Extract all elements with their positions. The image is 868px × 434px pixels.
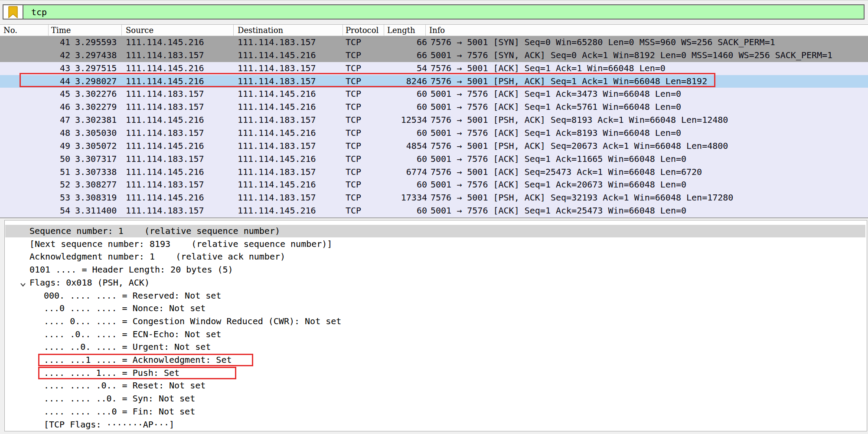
packet-list-header: No.TimeSourceDestinationProtocolLengthIn… <box>0 24 868 36</box>
cell-source: 111.114.145.216 <box>126 62 204 75</box>
cell-protocol: TCP <box>346 191 361 204</box>
cell-time: 3.307317 <box>75 153 117 166</box>
cell-no: 46 <box>26 101 70 114</box>
column-header-no[interactable]: No. <box>0 25 49 36</box>
cell-destination: 111.114.183.157 <box>238 62 316 75</box>
detail-line[interactable]: Flags: 0x018 (PSH, ACK) <box>5 276 865 289</box>
column-header-length[interactable]: Length <box>384 25 426 36</box>
cell-protocol: TCP <box>346 153 361 166</box>
cell-length: 6774 <box>373 166 427 179</box>
cell-destination: 111.114.183.157 <box>238 36 316 49</box>
display-filter-bar: tcp <box>3 4 865 20</box>
detail-line[interactable]: .... ..0. .... = Urgent: Not set <box>5 341 865 353</box>
cell-info: 5001 → 7576 [ACK] Seq=1 Ack=25473 Win=66… <box>431 204 686 217</box>
detail-line-text: .... .... ...0 = Fin: Not set <box>44 405 195 418</box>
packet-row-49[interactable]: 493.305072111.114.145.216111.114.183.157… <box>0 140 868 153</box>
cell-source: 111.114.183.157 <box>126 153 204 166</box>
packet-row-53[interactable]: 533.308319111.114.145.216111.114.183.157… <box>0 191 868 204</box>
detail-line[interactable]: .... 0... .... = Congestion Window Reduc… <box>5 315 865 328</box>
cell-info: 5001 → 7576 [ACK] Seq=1 Ack=8193 Win=660… <box>431 127 681 140</box>
detail-line-text: .... .... ..0. = Syn: Not set <box>44 392 195 405</box>
cell-time: 3.302279 <box>75 101 117 114</box>
cell-no: 52 <box>26 178 70 191</box>
cell-protocol: TCP <box>346 49 361 62</box>
cell-info: 7576 → 5001 [PSH, ACK] Seq=32193 Ack=1 W… <box>431 191 733 204</box>
cell-source: 111.114.183.157 <box>126 88 204 101</box>
cell-length: 12534 <box>373 114 427 127</box>
cell-info: 5001 → 7576 [SYN, ACK] Seq=0 Ack=1 Win=8… <box>431 49 832 62</box>
column-header-label: Destination <box>238 25 283 36</box>
cell-length: 60 <box>373 88 427 101</box>
cell-protocol: TCP <box>346 62 361 75</box>
detail-line-text: 000. .... .... = Reserved: Not set <box>44 289 221 302</box>
packet-row-44[interactable]: 443.298027111.114.145.216111.114.183.157… <box>0 75 868 88</box>
cell-length: 54 <box>373 62 427 75</box>
packet-details-pane: Sequence number: 1 (relative sequence nu… <box>4 220 867 431</box>
column-header-protocol[interactable]: Protocol <box>343 25 384 36</box>
display-filter-input[interactable]: tcp <box>23 5 864 19</box>
packet-row-45[interactable]: 453.302276111.114.183.157111.114.145.216… <box>0 88 868 101</box>
detail-line-text: 0101 .... = Header Length: 20 bytes (5) <box>29 263 233 276</box>
detail-line-text: .... 0... .... = Congestion Window Reduc… <box>44 315 341 328</box>
cell-time: 3.305072 <box>75 140 117 153</box>
cell-destination: 111.114.145.216 <box>238 178 316 191</box>
column-header-source[interactable]: Source <box>122 25 234 36</box>
column-header-label: No. <box>3 25 17 36</box>
packet-row-43[interactable]: 433.297515111.114.145.216111.114.183.157… <box>0 62 868 75</box>
detail-line[interactable]: .... .0.. .... = ECN-Echo: Not set <box>5 328 865 341</box>
cell-protocol: TCP <box>346 166 361 179</box>
detail-line[interactable]: 0101 .... = Header Length: 20 bytes (5) <box>5 263 865 276</box>
column-header-label: Source <box>126 25 153 36</box>
cell-protocol: TCP <box>346 36 361 49</box>
packet-list: 413.295593111.114.145.216111.114.183.157… <box>0 36 868 218</box>
cell-length: 60 <box>373 178 427 191</box>
detail-line[interactable]: .... .... .0.. = Reset: Not set <box>5 379 865 392</box>
detail-line-text: [Next sequence number: 8193 (relative se… <box>29 238 332 250</box>
column-header-info[interactable]: Info <box>426 25 868 36</box>
detail-line[interactable]: .... .... 1... = Push: Set <box>5 367 865 379</box>
cell-source: 111.114.145.216 <box>126 114 204 127</box>
filter-bookmark-button[interactable] <box>3 5 23 19</box>
column-header-label: Time <box>51 25 71 36</box>
detail-line-text: .... ...1 .... = Acknowledgment: Set <box>44 354 232 366</box>
column-header-time[interactable]: Time <box>49 25 122 36</box>
detail-line[interactable]: .... .... ...0 = Fin: Not set <box>5 405 865 418</box>
cell-time: 3.308277 <box>75 178 117 191</box>
cell-info: 7576 → 5001 [PSH, ACK] Seq=1 Ack=1 Win=6… <box>431 75 707 88</box>
cell-protocol: TCP <box>346 101 361 114</box>
detail-line[interactable]: 000. .... .... = Reserved: Not set <box>5 289 865 302</box>
detail-line[interactable]: .... .... ..0. = Syn: Not set <box>5 392 865 405</box>
packet-row-52[interactable]: 523.308277111.114.183.157111.114.145.216… <box>0 178 868 191</box>
detail-line[interactable]: [TCP Flags: ·······AP···] <box>5 418 865 431</box>
detail-line[interactable]: Acknowledgment number: 1 (relative ack n… <box>5 250 865 263</box>
cell-destination: 111.114.145.216 <box>238 204 316 217</box>
cell-no: 43 <box>26 62 70 75</box>
cell-length: 8246 <box>373 75 427 88</box>
cell-info: 7576 → 5001 [SYN] Seq=0 Win=65280 Len=0 … <box>431 36 775 49</box>
packet-row-46[interactable]: 463.302279111.114.183.157111.114.145.216… <box>0 101 868 114</box>
packet-row-50[interactable]: 503.307317111.114.183.157111.114.145.216… <box>0 153 868 166</box>
detail-line[interactable]: ...0 .... .... = Nonce: Not set <box>5 302 865 315</box>
packet-row-54[interactable]: 543.311400111.114.183.157111.114.145.216… <box>0 204 868 217</box>
cell-destination: 111.114.145.216 <box>238 153 316 166</box>
cell-time: 3.295593 <box>75 36 117 49</box>
cell-destination: 111.114.183.157 <box>238 166 316 179</box>
cell-time: 3.311400 <box>75 204 117 217</box>
detail-line[interactable]: .... ...1 .... = Acknowledgment: Set <box>5 354 865 366</box>
bookmark-icon <box>8 6 18 18</box>
cell-source: 111.114.183.157 <box>126 49 204 62</box>
packet-row-47[interactable]: 473.302381111.114.145.216111.114.183.157… <box>0 114 868 127</box>
cell-length: 60 <box>373 153 427 166</box>
packet-row-42[interactable]: 423.297438111.114.183.157111.114.145.216… <box>0 49 868 62</box>
cell-info: 7576 → 5001 [PSH, ACK] Seq=8193 Ack=1 Wi… <box>431 114 728 127</box>
cell-no: 42 <box>26 49 70 62</box>
packet-row-48[interactable]: 483.305030111.114.183.157111.114.145.216… <box>0 127 868 140</box>
cell-info: 7576 → 5001 [ACK] Seq=25473 Ack=1 Win=66… <box>431 166 702 179</box>
packet-row-51[interactable]: 513.307338111.114.145.216111.114.183.157… <box>0 166 868 179</box>
cell-length: 66 <box>373 49 427 62</box>
detail-line[interactable]: Sequence number: 1 (relative sequence nu… <box>5 225 865 237</box>
column-header-destination[interactable]: Destination <box>234 25 343 36</box>
detail-line[interactable]: [Next sequence number: 8193 (relative se… <box>5 238 865 250</box>
packet-row-41[interactable]: 413.295593111.114.145.216111.114.183.157… <box>0 36 868 49</box>
display-filter-text: tcp <box>31 7 47 17</box>
